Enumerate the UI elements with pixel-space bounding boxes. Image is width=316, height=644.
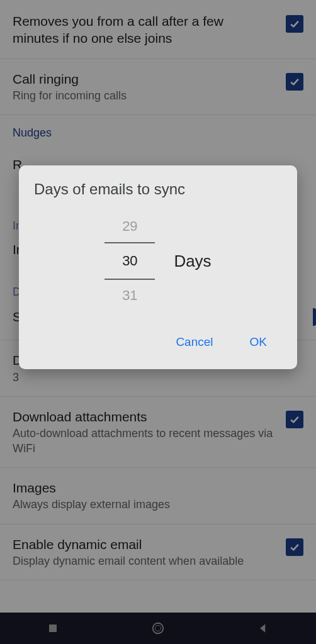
picker-area: 29 30 31 Days (34, 211, 282, 311)
ok-button[interactable]: OK (247, 330, 269, 354)
dialog-title: Days of emails to sync (34, 180, 282, 198)
picker-prev[interactable]: 29 (104, 211, 155, 242)
picker-unit: Days (174, 252, 211, 271)
cancel-button[interactable]: Cancel (173, 330, 215, 354)
picker-current[interactable]: 30 (104, 242, 155, 280)
days-sync-dialog: Days of emails to sync 29 30 31 Days Can… (19, 165, 297, 369)
dialog-actions: Cancel OK (34, 330, 282, 354)
number-picker[interactable]: 29 30 31 (104, 211, 155, 311)
picker-next[interactable]: 31 (104, 280, 155, 311)
